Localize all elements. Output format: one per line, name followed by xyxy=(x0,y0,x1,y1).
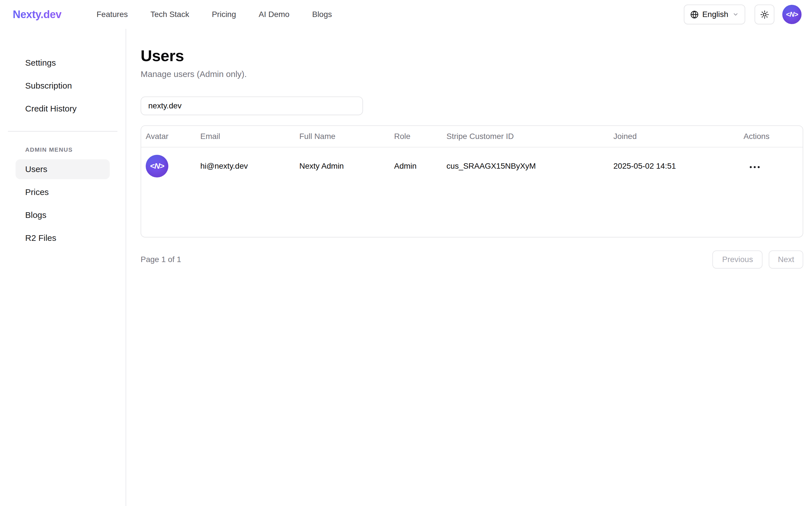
nav-link-features[interactable]: Features xyxy=(96,10,128,19)
page: Nexty.dev Features Tech Stack Pricing AI… xyxy=(0,0,812,506)
navbar-actions: English <N> xyxy=(684,5,802,24)
sidebar-item-settings[interactable]: Settings xyxy=(16,53,110,73)
theme-toggle-button[interactable] xyxy=(754,5,775,24)
row-avatar: <N> xyxy=(146,155,168,177)
cell-full-name: Nexty Admin xyxy=(295,147,389,184)
pager-buttons: Previous Next xyxy=(712,250,803,269)
main-nav: Features Tech Stack Pricing AI Demo Blog… xyxy=(96,10,332,19)
col-header-full-name: Full Name xyxy=(295,126,389,147)
page-subtitle: Manage users (Admin only). xyxy=(141,69,803,79)
page-indicator: Page 1 of 1 xyxy=(141,255,181,264)
sidebar-item-r2-files[interactable]: R2 Files xyxy=(16,228,110,248)
cell-actions xyxy=(739,147,803,184)
row-actions-button[interactable] xyxy=(748,163,761,171)
main-panel: Users Manage users (Admin only). Avatar … xyxy=(126,29,812,506)
next-page-button[interactable]: Next xyxy=(769,250,803,269)
language-selector-button[interactable]: English xyxy=(684,5,745,24)
col-header-email: Email xyxy=(196,126,295,147)
users-table: Avatar Email Full Name Role Stripe Custo… xyxy=(141,126,803,184)
pagination: Page 1 of 1 Previous Next xyxy=(141,250,803,269)
sidebar-item-credit-history[interactable]: Credit History xyxy=(16,99,110,118)
nav-link-tech-stack[interactable]: Tech Stack xyxy=(151,10,189,19)
admin-menus-label: ADMIN MENUS xyxy=(16,146,110,153)
sidebar: Settings Subscription Credit History ADM… xyxy=(0,29,126,506)
cell-email: hi@nexty.dev xyxy=(196,147,295,184)
chevron-down-icon xyxy=(732,11,739,17)
ellipsis-icon xyxy=(750,166,752,168)
cell-stripe-customer-id: cus_SRAAGX15NByXyM xyxy=(442,147,609,184)
sidebar-item-blogs[interactable]: Blogs xyxy=(16,205,110,225)
col-header-stripe-customer-id: Stripe Customer ID xyxy=(442,126,609,147)
sidebar-item-prices[interactable]: Prices xyxy=(16,182,110,202)
col-header-actions: Actions xyxy=(739,126,803,147)
col-header-role: Role xyxy=(389,126,442,147)
nav-link-blogs[interactable]: Blogs xyxy=(312,10,332,19)
cell-avatar: <N> xyxy=(141,147,196,184)
previous-page-button[interactable]: Previous xyxy=(712,250,762,269)
sidebar-item-users[interactable]: Users xyxy=(16,159,110,179)
col-header-joined: Joined xyxy=(609,126,739,147)
cell-role: Admin xyxy=(389,147,442,184)
table-row: <N> hi@nexty.dev Nexty Admin Admin cus_S… xyxy=(141,147,803,184)
sidebar-item-subscription[interactable]: Subscription xyxy=(16,76,110,96)
nav-link-pricing[interactable]: Pricing xyxy=(212,10,236,19)
brand-logo[interactable]: Nexty.dev xyxy=(13,8,62,21)
language-label: English xyxy=(702,10,728,19)
globe-icon xyxy=(690,10,699,19)
cell-joined: 2025-05-02 14:51 xyxy=(609,147,739,184)
content-area: Settings Subscription Credit History ADM… xyxy=(0,29,812,506)
table-header-row: Avatar Email Full Name Role Stripe Custo… xyxy=(141,126,803,147)
user-avatar[interactable]: <N> xyxy=(782,5,802,24)
top-navbar: Nexty.dev Features Tech Stack Pricing AI… xyxy=(0,0,812,29)
sun-icon xyxy=(760,10,769,19)
nav-link-ai-demo[interactable]: AI Demo xyxy=(259,10,289,19)
col-header-avatar: Avatar xyxy=(141,126,196,147)
user-search-input[interactable] xyxy=(141,96,363,115)
sidebar-divider xyxy=(8,131,117,132)
users-table-card: Avatar Email Full Name Role Stripe Custo… xyxy=(141,125,803,237)
page-title: Users xyxy=(141,47,803,65)
